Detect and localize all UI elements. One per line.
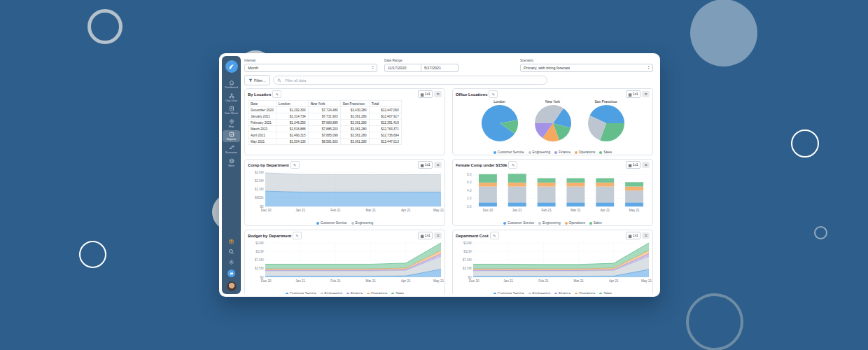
table-row: March 2021$1,516,888$7,885,203$3,361,280… xyxy=(248,126,402,132)
chart-legend: Customer ServiceEngineering xyxy=(245,221,444,225)
legend-dot-icon xyxy=(346,293,349,295)
grid-icon: ▦ xyxy=(420,92,424,97)
legend-dot-icon xyxy=(554,151,557,154)
grid-icon: ▦ xyxy=(420,234,424,238)
date-end-input[interactable]: 5/17/2021 xyxy=(421,64,458,72)
svg-text:$7.0M: $7.0M xyxy=(255,258,264,262)
select-arrows-icon: ▲▼ xyxy=(372,66,374,69)
legend-dot-icon xyxy=(321,293,323,295)
layout-size-button[interactable]: ▦1x1 xyxy=(626,90,640,98)
sidebar-item-more[interactable]: More xyxy=(223,157,240,169)
svg-text:$0: $0 xyxy=(468,276,472,279)
sidebar-item-reports[interactable]: Reports xyxy=(223,130,240,142)
app-logo-icon[interactable] xyxy=(225,60,238,73)
filter-search[interactable] xyxy=(273,76,547,85)
map-pin-icon xyxy=(229,119,234,125)
legend-dot-icon xyxy=(575,293,578,295)
layout-size-button[interactable]: ▦1x1 xyxy=(418,90,433,98)
user-avatar[interactable] xyxy=(227,281,237,291)
svg-text:May 21: May 21 xyxy=(641,279,652,283)
legend-dot-icon xyxy=(493,293,496,295)
layout-size-button[interactable]: ▦1x1 xyxy=(626,161,640,169)
chart-legend: Customer ServiceEngineeringFinanceOperat… xyxy=(453,292,652,294)
panel-department-cost: Department Cost ✎ ▦1x1 ≡ $0$3.5M$7.0M$11… xyxy=(452,230,653,294)
sidebar-item-data-sheet[interactable]: Data Sheet xyxy=(223,104,240,116)
panel-menu-button[interactable]: ≡ xyxy=(434,91,442,97)
scenario-control: Scenario Primary, with hiring forecast ▲… xyxy=(520,59,653,72)
edit-pencil-icon[interactable]: ✎ xyxy=(489,90,498,98)
decor-circle xyxy=(79,241,106,268)
sidebar-item-scenarios[interactable]: Scenarios xyxy=(223,144,240,155)
panel-title: Department Cost xyxy=(456,234,489,238)
pie-san-francisco: San Francisco xyxy=(587,99,625,142)
filter-button[interactable]: Filter… xyxy=(244,75,270,85)
panel-title: Female Comp under $150k xyxy=(456,163,507,167)
svg-text:$0: $0 xyxy=(260,205,264,209)
edit-pencil-icon[interactable]: ✎ xyxy=(508,161,517,169)
layout-size-button[interactable]: ▦1x1 xyxy=(418,161,433,169)
edit-pencil-icon[interactable]: ✎ xyxy=(490,232,499,239)
more-ellipsis-icon xyxy=(229,158,234,164)
svg-text:Dec 20: Dec 20 xyxy=(469,279,479,283)
pie-new-york: New York xyxy=(534,99,572,142)
edit-pencil-icon[interactable]: ✎ xyxy=(293,232,302,239)
sidebar-item-org-chart[interactable]: Org Chart xyxy=(223,92,240,104)
sidebar-item-map[interactable]: Map xyxy=(223,118,240,130)
svg-text:Mar 21: Mar 21 xyxy=(365,209,376,212)
legend-dot-icon xyxy=(286,293,288,295)
svg-text:Dec 20: Dec 20 xyxy=(261,279,272,283)
search-icon[interactable] xyxy=(228,248,234,255)
interval-control: Interval Month ▲▼ xyxy=(244,59,377,72)
chart-legend: Customer ServiceEngineeringFinanceOperat… xyxy=(453,150,652,154)
report-check-icon xyxy=(229,132,234,137)
edit-pencil-icon[interactable]: ✎ xyxy=(272,90,281,98)
data-sheet-icon xyxy=(229,106,234,111)
svg-text:Feb 21: Feb 21 xyxy=(330,209,341,212)
svg-text:Feb 21: Feb 21 xyxy=(330,279,341,283)
search-input[interactable] xyxy=(284,78,543,83)
svg-text:Apr 21: Apr 21 xyxy=(401,209,411,212)
panel-menu-button[interactable]: ≡ xyxy=(642,162,650,168)
settings-gear-icon[interactable] xyxy=(228,259,234,265)
legend-dot-icon xyxy=(493,151,496,154)
org-chart-icon xyxy=(229,93,234,99)
layout-size-button[interactable]: ▦1x1 xyxy=(418,232,433,239)
table-row: December 2020$1,292,300$7,724,480$3,430,… xyxy=(248,107,402,113)
help-chat-icon[interactable] xyxy=(227,270,235,277)
panel-menu-button[interactable]: ≡ xyxy=(642,91,650,97)
legend-dot-icon xyxy=(599,151,602,154)
grid-icon: ▦ xyxy=(628,234,631,238)
svg-text:Dec 20: Dec 20 xyxy=(261,209,272,212)
table-row: February 2021$1,346,250$7,683,889$3,361,… xyxy=(248,120,402,126)
svg-text:Jan 21: Jan 21 xyxy=(503,279,513,283)
interval-select[interactable]: Month ▲▼ xyxy=(244,64,377,72)
edit-pencil-icon[interactable]: ✎ xyxy=(290,161,300,169)
select-arrows-icon: ▲▼ xyxy=(648,66,650,69)
svg-text:May 21: May 21 xyxy=(433,279,444,283)
panel-menu-button[interactable]: ≡ xyxy=(434,162,442,168)
legend-dot-icon xyxy=(589,222,592,225)
scenario-select[interactable]: Primary, with hiring forecast ▲▼ xyxy=(520,64,653,72)
legend-dot-icon xyxy=(391,293,394,295)
svg-text:Apr 21: Apr 21 xyxy=(600,209,610,212)
sidebar-item-label: Dashboard xyxy=(225,86,238,90)
panel-menu-button[interactable]: ≡ xyxy=(434,232,442,239)
svg-text:6.0: 6.0 xyxy=(467,181,472,184)
panel-title: Office Locations xyxy=(456,92,487,97)
decor-circle xyxy=(88,9,122,44)
interval-label: Interval xyxy=(244,59,377,62)
svg-text:Feb 21: Feb 21 xyxy=(541,209,552,212)
sidebar-item-dashboard[interactable]: Dashboard xyxy=(223,78,240,90)
panel-menu-button[interactable]: ≡ xyxy=(642,232,650,239)
page-background: Dashboard Org Chart Data Sheet Map xyxy=(0,0,868,350)
search-icon xyxy=(277,78,281,83)
sidebar-item-label: More xyxy=(228,164,234,168)
whats-new-gift-icon[interactable] xyxy=(228,238,234,244)
svg-text:0.0: 0.0 xyxy=(467,205,472,209)
office-locations-pies: LondonNew YorkSan FranciscoCustomer Serv… xyxy=(453,99,652,155)
department-cost-chart: $0$3.5M$7.0M$11M$14MDec 20Jan 21Feb 21Ma… xyxy=(453,240,652,294)
date-start-input[interactable]: 11/17/2020 xyxy=(384,64,421,72)
scenario-icon xyxy=(229,145,234,150)
layout-size-button[interactable]: ▦1x1 xyxy=(626,232,640,239)
svg-text:8.0: 8.0 xyxy=(467,173,472,176)
